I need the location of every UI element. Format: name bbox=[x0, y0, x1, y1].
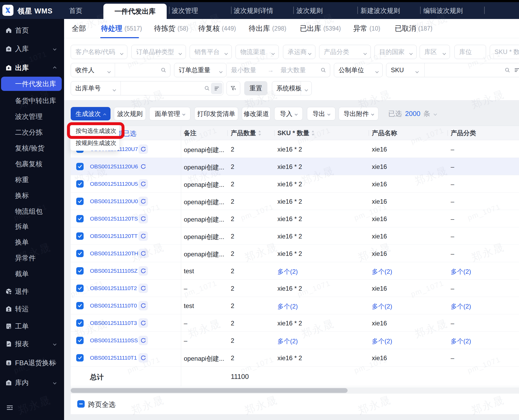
status-tab-item[interactable]: 全部 bbox=[72, 19, 86, 38]
filter-4[interactable]: 物流渠道 bbox=[236, 45, 279, 59]
batch-input-icon[interactable] bbox=[514, 67, 519, 73]
filter-9[interactable]: 库位 bbox=[454, 45, 486, 59]
sidebar-item-active[interactable]: 一件代发出库 bbox=[1, 77, 62, 91]
top-nav-tab[interactable]: 波次规则 bbox=[296, 2, 323, 19]
row-checkbox[interactable] bbox=[76, 215, 84, 222]
toolbar-button-1[interactable]: 生成波次 bbox=[71, 107, 110, 120]
toolbar-button-5[interactable]: 修改渠道 bbox=[242, 107, 271, 120]
filter-1[interactable]: 客户名称/代码 bbox=[71, 45, 127, 59]
refresh-order-icon[interactable] bbox=[138, 231, 148, 241]
filter-funnel-button[interactable] bbox=[227, 81, 240, 95]
sort-icon[interactable] bbox=[311, 130, 314, 136]
order-link[interactable]: OBS0012511110SS bbox=[90, 337, 138, 344]
sidebar-item[interactable]: 转运 bbox=[0, 302, 64, 316]
table-row[interactable]: OBS0012511120U5openapi创建...2xie16 * 2xie… bbox=[71, 175, 519, 193]
system-template-select[interactable]: 系统模板 bbox=[272, 81, 312, 95]
refresh-order-icon[interactable] bbox=[138, 301, 148, 310]
table-row[interactable]: OBS0012511110SZtest2多个(2)多个(2)多个(2) bbox=[71, 262, 519, 280]
order-link[interactable]: OBS0012511110T0 bbox=[90, 302, 138, 309]
sidebar-item[interactable]: 截单 bbox=[0, 267, 64, 281]
batch-input-icon[interactable] bbox=[211, 83, 222, 94]
sidebar-item[interactable]: 异常件 bbox=[0, 251, 64, 265]
sidebar-item[interactable]: 换标 bbox=[0, 188, 64, 203]
name-cell[interactable]: 多个(2) bbox=[372, 267, 392, 276]
toolbar-button-3[interactable]: 面单管理 bbox=[149, 107, 190, 120]
sidebar-item[interactable]: 包裹复核 bbox=[0, 157, 64, 171]
sidebar-item[interactable]: 称重 bbox=[0, 173, 64, 187]
sidebar-item[interactable]: 备货中转出库 bbox=[0, 94, 64, 108]
collapse-sidebar-icon[interactable] bbox=[6, 404, 14, 412]
row-checkbox[interactable] bbox=[76, 198, 84, 205]
row-checkbox[interactable] bbox=[76, 180, 84, 188]
weight-range-input[interactable]: 最小数量→最大数量 bbox=[227, 63, 330, 77]
weight-select[interactable]: 订单总重量 bbox=[174, 63, 227, 77]
filter-3[interactable]: 销售平台 bbox=[190, 45, 232, 59]
table-row[interactable]: OBS0012511120TTopenapi创建...2xie16 * 2xie… bbox=[71, 227, 519, 245]
refresh-order-icon[interactable] bbox=[138, 249, 148, 258]
filter-2[interactable]: 订单品种类型 bbox=[131, 45, 186, 59]
order-link[interactable]: OBS0012511110T1 bbox=[90, 355, 138, 361]
table-row[interactable]: OBS0012511120U0openapi创建...2xie16 * 2xie… bbox=[71, 193, 519, 210]
sku-cell[interactable]: 多个(2) bbox=[277, 267, 298, 276]
sidebar-item[interactable]: 首页 bbox=[0, 23, 64, 37]
row-checkbox[interactable] bbox=[76, 285, 84, 292]
recipient-search-input[interactable] bbox=[115, 63, 165, 77]
sidebar-item[interactable]: 出库 bbox=[0, 61, 64, 75]
table-row[interactable]: OBS0012511120U7openapi创建...2xie16 * 2xie… bbox=[71, 140, 519, 158]
refresh-order-icon[interactable] bbox=[138, 336, 148, 345]
row-checkbox[interactable] bbox=[76, 337, 84, 344]
order-link[interactable]: OBS0012511120TS bbox=[90, 216, 138, 222]
table-row[interactable]: OBS0012511110SS–2多个(2)多个(2)多个(2) bbox=[71, 332, 519, 349]
row-checkbox[interactable] bbox=[76, 302, 84, 309]
status-tab-item[interactable]: 待复核(449) bbox=[198, 19, 236, 38]
cat-cell[interactable]: 多个(2) bbox=[451, 302, 471, 311]
order-link[interactable]: OBS0012511110T2 bbox=[90, 285, 138, 291]
top-nav-tab[interactable]: 波次规则详情 bbox=[234, 2, 273, 19]
sidebar-item[interactable]: 库内 bbox=[0, 375, 64, 390]
order-link[interactable]: OBS0012511120U5 bbox=[90, 181, 138, 187]
table-row[interactable]: OBS0012511110T3–2xie16 * 2xie16– bbox=[71, 314, 519, 332]
row-checkbox[interactable] bbox=[76, 267, 84, 275]
sku-cell[interactable]: 多个(2) bbox=[277, 302, 298, 311]
select-all-checkbox[interactable] bbox=[77, 400, 85, 408]
row-checkbox[interactable] bbox=[76, 354, 84, 362]
refresh-order-icon[interactable] bbox=[138, 179, 148, 189]
refresh-order-icon[interactable] bbox=[138, 214, 148, 223]
status-tab-active[interactable]: 待处理(5517) bbox=[101, 19, 142, 38]
refresh-order-icon[interactable] bbox=[138, 144, 148, 154]
order-link[interactable]: OBS0012511120TT bbox=[90, 233, 138, 239]
refresh-order-icon[interactable] bbox=[138, 266, 148, 276]
toolbar-button-4[interactable]: 打印发货清单 bbox=[194, 107, 238, 120]
order-link[interactable]: OBS0012511120U6 bbox=[90, 163, 138, 170]
sidebar-item[interactable]: aFBA退货换标 bbox=[0, 356, 64, 370]
status-tab-item[interactable]: 已出库(5394) bbox=[300, 19, 341, 38]
cat-cell[interactable]: 多个(2) bbox=[451, 267, 471, 276]
table-row[interactable]: OBS0012511110T2–2xie16 * 2xie16– bbox=[71, 280, 519, 297]
status-tab-item[interactable]: 待拣货(58) bbox=[154, 19, 188, 38]
refresh-order-icon[interactable] bbox=[138, 284, 148, 293]
top-nav-tab-active[interactable]: 一件代发出库 bbox=[103, 4, 167, 19]
filter-10[interactable]: SKU * 数 bbox=[490, 45, 519, 59]
refresh-order-icon[interactable] bbox=[138, 353, 148, 363]
order-link[interactable]: OBS0012511110SZ bbox=[90, 268, 138, 274]
sidebar-item[interactable]: 二次分拣 bbox=[0, 125, 64, 139]
filter-7[interactable]: 目的国家 bbox=[374, 45, 417, 59]
top-nav-tab[interactable]: 新建波次规则 bbox=[361, 2, 400, 19]
top-nav-tab[interactable]: 首页 bbox=[69, 2, 82, 19]
row-checkbox[interactable] bbox=[76, 250, 84, 257]
top-nav-tab[interactable]: 编辑波次规则 bbox=[423, 2, 463, 19]
sidebar-item[interactable]: 物流组包 bbox=[0, 204, 64, 218]
sidebar-item[interactable]: 报表 bbox=[0, 337, 64, 351]
status-tab-item[interactable]: 已取消(187) bbox=[395, 19, 432, 38]
toolbar-button-2[interactable]: 波次规则 bbox=[114, 107, 146, 120]
name-cell[interactable]: 多个(2) bbox=[372, 337, 392, 345]
sidebar-item[interactable]: 波次管理 bbox=[0, 109, 64, 124]
sidebar-item[interactable]: 入库 bbox=[0, 42, 64, 56]
name-cell[interactable]: 多个(2) bbox=[372, 302, 392, 311]
sidebar-item[interactable]: 拆单 bbox=[0, 219, 64, 234]
table-row[interactable]: OBS0012511120THopenapi创建...2xie16 * 2xie… bbox=[71, 245, 519, 262]
sidebar-item[interactable]: 换单 bbox=[0, 235, 64, 249]
table-row[interactable]: OBS0012511120U6openapi创建...2xie16 * 2xie… bbox=[71, 158, 519, 175]
order-link[interactable]: OBS0012511120U0 bbox=[90, 198, 138, 204]
order-link[interactable]: OBS0012511120TH bbox=[90, 250, 138, 257]
